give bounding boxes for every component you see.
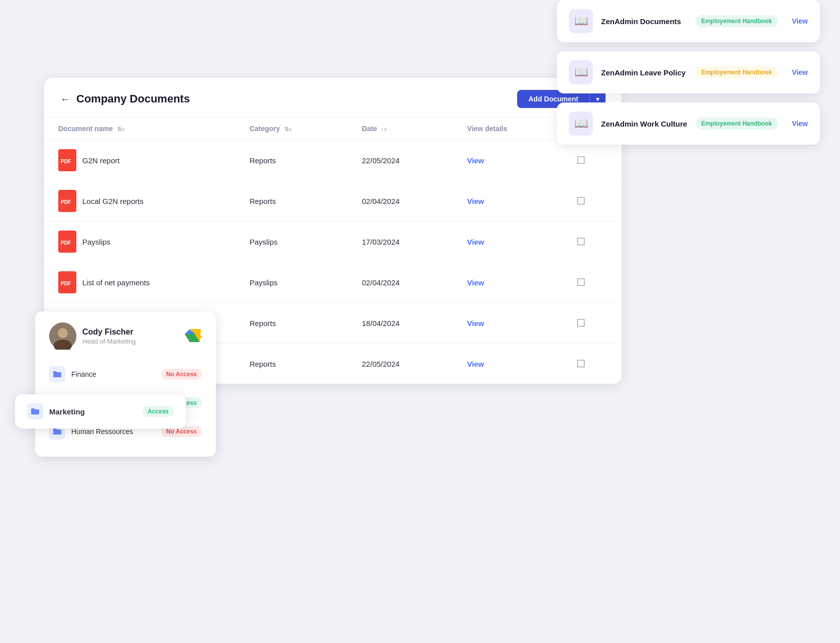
manage-icon[interactable]: ☐ (576, 358, 585, 369)
folder-icon-marketing-card (27, 403, 43, 419)
view-link[interactable]: View (467, 278, 484, 287)
doc-card-name-1: ZenAdmin Documents (601, 17, 687, 26)
card-view-link-1[interactable]: View (792, 17, 808, 25)
sort-icon-category[interactable]: ⇅≡ (284, 126, 292, 133)
doc-date: 22/05/2024 (348, 140, 453, 181)
user-name: Cody Fischer (82, 328, 184, 337)
svg-point-13 (58, 328, 68, 338)
floating-cards-container: 📖 ZenAdmin Documents Employement Handboo… (557, 0, 820, 154)
user-card: Cody Fischer Head of Marketing Finance (35, 311, 216, 457)
col-category: Category ⇅≡ (235, 118, 348, 140)
no-access-badge-finance: No Access (161, 369, 202, 380)
panel-header: ← Company Documents Add Document ▾ (44, 78, 622, 118)
view-link[interactable]: View (467, 156, 484, 165)
doc-date: 22/05/2024 (348, 344, 453, 384)
pdf-icon: PDF (58, 149, 76, 171)
svg-text:PDF: PDF (61, 199, 71, 205)
access-row-finance: Finance No Access (49, 360, 202, 388)
col-view-details: View details (453, 118, 562, 140)
svg-text:PDF: PDF (61, 281, 71, 286)
page-title: Company Documents (76, 92, 190, 105)
pdf-icon: PDF (58, 190, 76, 212)
marketing-card-name: Marketing (49, 407, 85, 416)
floating-doc-card-1: 📖 ZenAdmin Documents Employement Handboo… (557, 0, 820, 42)
folder-icon-finance (49, 366, 65, 382)
view-link[interactable]: View (467, 360, 484, 368)
panel-title-group: ← Company Documents (60, 92, 190, 105)
view-link[interactable]: View (467, 238, 484, 246)
doc-category: Reports (235, 140, 348, 181)
access-name-finance: Finance (71, 370, 96, 378)
manage-icon[interactable]: ☐ (576, 277, 585, 288)
doc-card-name-3: ZenAdmin Work Culture (601, 120, 687, 128)
doc-badge-3: Employement Handbook (695, 118, 778, 130)
floating-doc-card-3: 📖 ZenAdmin Work Culture Employement Hand… (557, 102, 820, 145)
view-link[interactable]: View (467, 197, 484, 205)
user-info-row: Cody Fischer Head of Marketing (49, 323, 202, 350)
doc-name: Local G2N reports (82, 197, 144, 205)
table-row: PDF Local G2N reports Reports 02/04/2024… (44, 181, 622, 222)
col-date: Date ↓≡ (348, 118, 453, 140)
doc-name-cell: PDF Local G2N reports (58, 190, 221, 212)
view-link[interactable]: View (467, 319, 484, 328)
marketing-access-badge: Access (143, 406, 174, 417)
pdf-icon: PDF (58, 231, 76, 253)
doc-date: 02/04/2024 (348, 262, 453, 303)
doc-category: Reports (235, 344, 348, 384)
table-row: PDF Payslips Payslips 17/03/2024 View ☐ (44, 222, 622, 262)
book-icon-2: 📖 (569, 60, 593, 84)
doc-name-cell: PDF Payslips (58, 231, 221, 253)
doc-category: Payslips (235, 262, 348, 303)
doc-category: Reports (235, 303, 348, 344)
avatar (49, 323, 76, 350)
marketing-card-left: Marketing (27, 403, 85, 419)
table-row: PDF List of net payments Payslips 02/04/… (44, 262, 622, 303)
doc-date: 18/04/2024 (348, 303, 453, 344)
svg-text:PDF: PDF (61, 159, 71, 164)
access-row-left: Finance (49, 366, 96, 382)
manage-icon[interactable]: ☐ (576, 155, 585, 166)
back-button[interactable]: ← (60, 93, 70, 105)
sort-icon-doc-name[interactable]: ⇅≡ (117, 126, 125, 133)
doc-badge-1: Employement Handbook (695, 15, 778, 27)
user-text: Cody Fischer Head of Marketing (82, 328, 184, 345)
col-document-name: Document name ⇅≡ (44, 118, 235, 140)
doc-date: 02/04/2024 (348, 181, 453, 222)
doc-name: G2N report (82, 156, 119, 165)
doc-badge-2: Employement Handbook (695, 66, 778, 78)
doc-date: 17/03/2024 (348, 222, 453, 262)
doc-card-name-2: ZenAdmin Leave Policy (601, 68, 687, 77)
google-drive-icon (184, 327, 202, 345)
doc-name: List of net payments (82, 278, 150, 287)
doc-name-cell: PDF G2N report (58, 149, 221, 171)
user-job-title: Head of Marketing (82, 338, 184, 345)
manage-icon[interactable]: ☐ (576, 236, 585, 247)
manage-icon[interactable]: ☐ (576, 195, 585, 206)
card-view-link-3[interactable]: View (792, 120, 808, 128)
doc-name: Payslips (82, 238, 110, 246)
manage-icon[interactable]: ☐ (576, 317, 585, 329)
pdf-icon: PDF (58, 271, 76, 293)
doc-category: Reports (235, 181, 348, 222)
sort-icon-date[interactable]: ↓≡ (381, 126, 387, 132)
book-icon-3: 📖 (569, 112, 593, 136)
table-row: PDF G2N report Reports 22/05/2024 View ☐ (44, 140, 622, 181)
card-view-link-2[interactable]: View (792, 68, 808, 76)
svg-text:PDF: PDF (61, 240, 71, 246)
book-icon-1: 📖 (569, 9, 593, 33)
doc-category: Payslips (235, 222, 348, 262)
doc-name-cell: PDF List of net payments (58, 271, 221, 293)
access-name-hr: Human Ressources (71, 427, 133, 436)
marketing-access-card: Marketing Access (15, 394, 186, 428)
floating-doc-card-2: 📖 ZenAdmin Leave Policy Employement Hand… (557, 51, 820, 93)
